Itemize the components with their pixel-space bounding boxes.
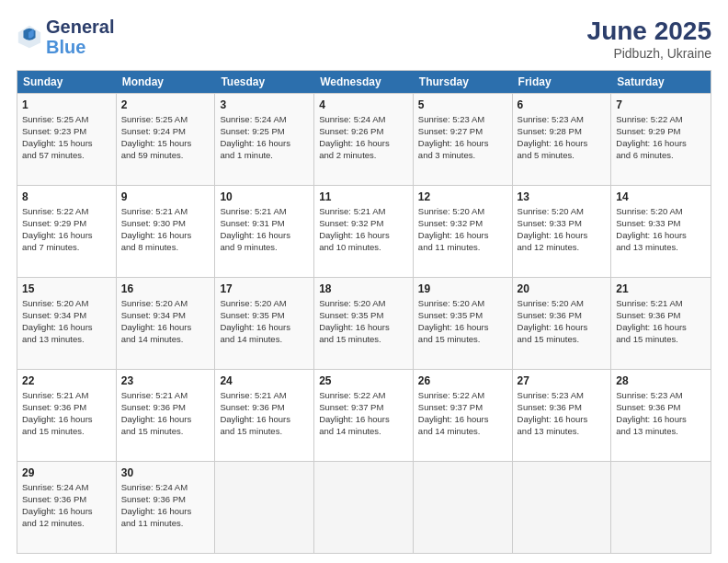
day-info: Sunrise: 5:20 AM Sunset: 9:34 PM Dayligh… bbox=[121, 298, 210, 345]
calendar-cell: 4Sunrise: 5:24 AM Sunset: 9:26 PM Daylig… bbox=[314, 94, 414, 185]
day-number: 4 bbox=[319, 98, 408, 112]
day-number: 1 bbox=[22, 98, 111, 112]
calendar-cell: 15Sunrise: 5:20 AM Sunset: 9:34 PM Dayli… bbox=[17, 278, 117, 369]
header: General Blue June 2025 Pidbuzh, Ukraine bbox=[17, 17, 711, 61]
dow-monday: Monday bbox=[117, 71, 216, 93]
day-info: Sunrise: 5:23 AM Sunset: 9:36 PM Dayligh… bbox=[518, 390, 607, 437]
calendar-cell: 13Sunrise: 5:20 AM Sunset: 9:33 PM Dayli… bbox=[513, 186, 612, 277]
calendar-cell: 22Sunrise: 5:21 AM Sunset: 9:36 PM Dayli… bbox=[17, 370, 117, 461]
day-number: 6 bbox=[518, 98, 607, 112]
day-number: 19 bbox=[418, 282, 507, 296]
calendar-cell: 7Sunrise: 5:22 AM Sunset: 9:29 PM Daylig… bbox=[611, 94, 711, 185]
day-number: 8 bbox=[22, 190, 111, 204]
day-number: 16 bbox=[121, 282, 210, 296]
day-number: 15 bbox=[22, 282, 111, 296]
day-info: Sunrise: 5:24 AM Sunset: 9:26 PM Dayligh… bbox=[319, 114, 408, 161]
calendar-body: 1Sunrise: 5:25 AM Sunset: 9:23 PM Daylig… bbox=[17, 93, 711, 553]
calendar-cell: 17Sunrise: 5:20 AM Sunset: 9:35 PM Dayli… bbox=[215, 278, 314, 369]
day-info: Sunrise: 5:25 AM Sunset: 9:24 PM Dayligh… bbox=[121, 114, 210, 161]
calendar-row: 29Sunrise: 5:24 AM Sunset: 9:36 PM Dayli… bbox=[17, 461, 711, 553]
day-number: 23 bbox=[121, 373, 210, 388]
day-number: 28 bbox=[616, 373, 706, 388]
calendar-cell bbox=[314, 462, 414, 553]
calendar-cell: 9Sunrise: 5:21 AM Sunset: 9:30 PM Daylig… bbox=[117, 186, 216, 277]
dow-friday: Friday bbox=[513, 71, 612, 93]
calendar-cell: 28Sunrise: 5:23 AM Sunset: 9:36 PM Dayli… bbox=[611, 370, 711, 461]
day-info: Sunrise: 5:24 AM Sunset: 9:25 PM Dayligh… bbox=[220, 114, 309, 161]
calendar-title: June 2025 bbox=[587, 17, 711, 46]
calendar-cell: 6Sunrise: 5:23 AM Sunset: 9:28 PM Daylig… bbox=[513, 94, 612, 185]
day-number: 27 bbox=[518, 373, 607, 388]
calendar-cell: 8Sunrise: 5:22 AM Sunset: 9:29 PM Daylig… bbox=[17, 186, 117, 277]
calendar-subtitle: Pidbuzh, Ukraine bbox=[587, 46, 711, 61]
day-number: 25 bbox=[319, 373, 408, 388]
calendar-cell: 25Sunrise: 5:22 AM Sunset: 9:37 PM Dayli… bbox=[314, 370, 414, 461]
day-number: 26 bbox=[418, 373, 507, 388]
day-info: Sunrise: 5:21 AM Sunset: 9:32 PM Dayligh… bbox=[319, 206, 408, 253]
calendar-cell bbox=[215, 462, 314, 553]
day-info: Sunrise: 5:22 AM Sunset: 9:29 PM Dayligh… bbox=[22, 206, 111, 253]
calendar-cell: 21Sunrise: 5:21 AM Sunset: 9:36 PM Dayli… bbox=[611, 278, 711, 369]
logo-line1: General bbox=[46, 17, 114, 37]
day-number: 14 bbox=[616, 190, 706, 204]
logo-line2: Blue bbox=[46, 37, 85, 57]
logo-text: General Blue bbox=[46, 17, 114, 57]
calendar-row: 8Sunrise: 5:22 AM Sunset: 9:29 PM Daylig… bbox=[17, 185, 711, 277]
calendar-cell: 26Sunrise: 5:22 AM Sunset: 9:37 PM Dayli… bbox=[414, 370, 513, 461]
calendar-cell: 30Sunrise: 5:24 AM Sunset: 9:36 PM Dayli… bbox=[117, 462, 216, 553]
day-number: 7 bbox=[616, 98, 706, 112]
day-info: Sunrise: 5:22 AM Sunset: 9:37 PM Dayligh… bbox=[418, 390, 507, 437]
day-info: Sunrise: 5:21 AM Sunset: 9:36 PM Dayligh… bbox=[220, 390, 309, 437]
day-info: Sunrise: 5:21 AM Sunset: 9:31 PM Dayligh… bbox=[220, 206, 309, 253]
day-info: Sunrise: 5:24 AM Sunset: 9:36 PM Dayligh… bbox=[121, 482, 210, 529]
day-info: Sunrise: 5:24 AM Sunset: 9:36 PM Dayligh… bbox=[22, 482, 111, 529]
day-number: 5 bbox=[418, 98, 507, 112]
calendar-cell: 5Sunrise: 5:23 AM Sunset: 9:27 PM Daylig… bbox=[414, 94, 513, 185]
calendar-cell: 16Sunrise: 5:20 AM Sunset: 9:34 PM Dayli… bbox=[117, 278, 216, 369]
day-info: Sunrise: 5:23 AM Sunset: 9:28 PM Dayligh… bbox=[518, 114, 607, 161]
day-info: Sunrise: 5:22 AM Sunset: 9:29 PM Dayligh… bbox=[616, 114, 706, 161]
day-number: 12 bbox=[418, 190, 507, 204]
title-block: June 2025 Pidbuzh, Ukraine bbox=[587, 17, 711, 61]
day-info: Sunrise: 5:21 AM Sunset: 9:30 PM Dayligh… bbox=[121, 206, 210, 253]
day-number: 13 bbox=[518, 190, 607, 204]
day-info: Sunrise: 5:20 AM Sunset: 9:35 PM Dayligh… bbox=[418, 298, 507, 345]
calendar-cell: 24Sunrise: 5:21 AM Sunset: 9:36 PM Dayli… bbox=[215, 370, 314, 461]
calendar-cell: 12Sunrise: 5:20 AM Sunset: 9:32 PM Dayli… bbox=[414, 186, 513, 277]
day-number: 22 bbox=[22, 373, 111, 388]
day-info: Sunrise: 5:20 AM Sunset: 9:36 PM Dayligh… bbox=[518, 298, 607, 345]
day-info: Sunrise: 5:21 AM Sunset: 9:36 PM Dayligh… bbox=[121, 390, 210, 437]
day-number: 11 bbox=[319, 190, 408, 204]
day-number: 3 bbox=[220, 98, 309, 112]
calendar-cell: 1Sunrise: 5:25 AM Sunset: 9:23 PM Daylig… bbox=[17, 94, 117, 185]
day-info: Sunrise: 5:20 AM Sunset: 9:35 PM Dayligh… bbox=[220, 298, 309, 345]
logo: General Blue bbox=[17, 17, 114, 57]
day-number: 29 bbox=[22, 465, 111, 480]
calendar-cell: 14Sunrise: 5:20 AM Sunset: 9:33 PM Dayli… bbox=[611, 186, 711, 277]
calendar-cell: 20Sunrise: 5:20 AM Sunset: 9:36 PM Dayli… bbox=[513, 278, 612, 369]
day-info: Sunrise: 5:20 AM Sunset: 9:34 PM Dayligh… bbox=[22, 298, 111, 345]
calendar-cell bbox=[611, 462, 711, 553]
calendar-cell: 2Sunrise: 5:25 AM Sunset: 9:24 PM Daylig… bbox=[117, 94, 216, 185]
calendar-cell: 18Sunrise: 5:20 AM Sunset: 9:35 PM Dayli… bbox=[314, 278, 414, 369]
day-number: 18 bbox=[319, 282, 408, 296]
day-number: 17 bbox=[220, 282, 309, 296]
day-info: Sunrise: 5:21 AM Sunset: 9:36 PM Dayligh… bbox=[616, 298, 706, 345]
day-number: 2 bbox=[121, 98, 210, 112]
dow-wednesday: Wednesday bbox=[314, 71, 414, 93]
day-info: Sunrise: 5:20 AM Sunset: 9:33 PM Dayligh… bbox=[518, 206, 607, 253]
day-info: Sunrise: 5:23 AM Sunset: 9:36 PM Dayligh… bbox=[616, 390, 706, 437]
calendar-cell: 3Sunrise: 5:24 AM Sunset: 9:25 PM Daylig… bbox=[215, 94, 314, 185]
day-info: Sunrise: 5:20 AM Sunset: 9:33 PM Dayligh… bbox=[616, 206, 706, 253]
day-number: 20 bbox=[518, 282, 607, 296]
dow-tuesday: Tuesday bbox=[215, 71, 314, 93]
calendar-row: 1Sunrise: 5:25 AM Sunset: 9:23 PM Daylig… bbox=[17, 93, 711, 185]
calendar-cell bbox=[513, 462, 612, 553]
logo-icon bbox=[17, 24, 42, 50]
calendar-cell: 19Sunrise: 5:20 AM Sunset: 9:35 PM Dayli… bbox=[414, 278, 513, 369]
day-info: Sunrise: 5:20 AM Sunset: 9:35 PM Dayligh… bbox=[319, 298, 408, 345]
calendar-row: 15Sunrise: 5:20 AM Sunset: 9:34 PM Dayli… bbox=[17, 277, 711, 369]
page: General Blue June 2025 Pidbuzh, Ukraine … bbox=[0, 0, 728, 563]
day-number: 30 bbox=[121, 465, 210, 480]
calendar-cell: 10Sunrise: 5:21 AM Sunset: 9:31 PM Dayli… bbox=[215, 186, 314, 277]
